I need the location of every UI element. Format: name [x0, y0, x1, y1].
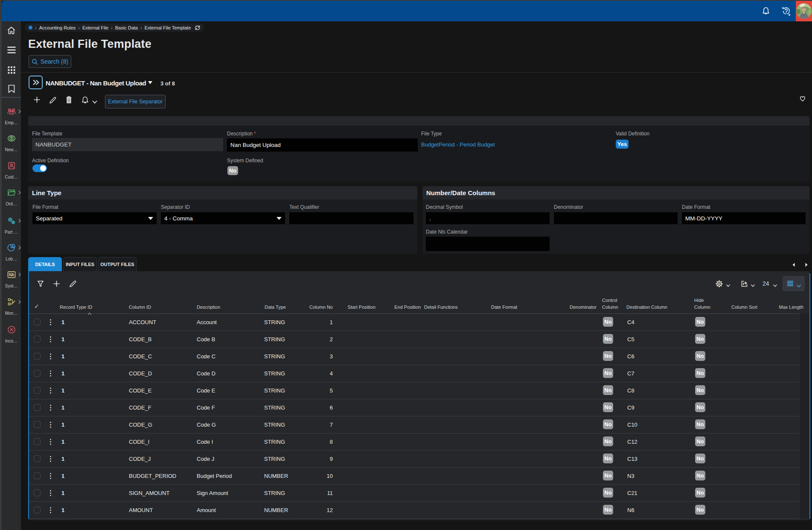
svg-text:SQL: SQL	[9, 272, 14, 276]
